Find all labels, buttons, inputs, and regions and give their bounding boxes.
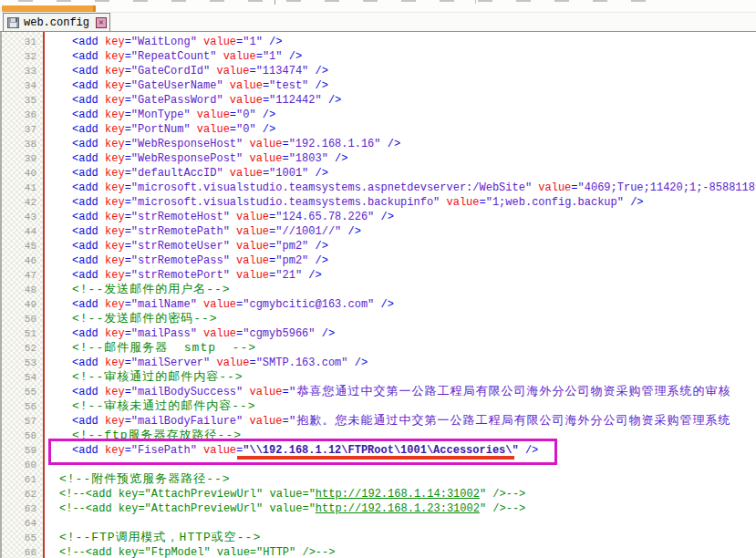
code-token: />	[308, 254, 328, 267]
code-token: <!--审核通过的邮件内容-->	[72, 370, 243, 384]
code-token: "//1001//"	[275, 225, 341, 238]
code-token: =	[125, 108, 131, 121]
code-token: value	[236, 240, 269, 253]
code-token: http://192.168.1.14:31002	[316, 488, 480, 501]
code-token: =	[125, 167, 131, 180]
line-number: 45	[2, 239, 43, 253]
code-token: <add	[72, 225, 105, 238]
code-line: <add key="mailServer" value="SMTP.163.co…	[72, 356, 756, 370]
code-token: "21"	[275, 269, 302, 282]
code-token: <!--审核未通过的邮件内容-->	[72, 399, 256, 413]
code-line: <add key="mailBodyFailure" value="抱歉。您未能…	[72, 414, 756, 429]
code-token: />	[308, 167, 328, 180]
code-token: "mailBodyFailure"	[131, 415, 243, 428]
line-number: 51	[2, 326, 43, 341]
line-number: 62	[2, 487, 43, 501]
code-token: <add	[72, 123, 105, 136]
code-token: "mailServer"	[131, 356, 210, 369]
code-token	[223, 167, 230, 180]
code-token: =	[125, 94, 131, 107]
code-token: value	[230, 94, 263, 107]
code-token: "mailPass"	[131, 327, 197, 340]
tab-web-config[interactable]: web.config ✕	[3, 13, 110, 31]
code-token: <!--FTP调用模式，HTTP或空-->	[59, 531, 261, 544]
code-line: <add key="PortNum" value="0" />	[72, 122, 756, 137]
toolbar-strip	[0, 0, 756, 13]
code-token: />	[624, 196, 644, 209]
code-token: value	[249, 386, 282, 398]
code-token: value	[236, 225, 269, 238]
code-token: value	[203, 444, 236, 457]
code-token: <add	[72, 211, 105, 223]
code-line: <add key="microsoft.visualstudio.teamsys…	[72, 195, 756, 210]
code-token: "192.168.1.16"	[289, 138, 381, 150]
code-line: <!--FTP调用模式，HTTP或空-->	[59, 531, 756, 545]
code-token: " />-->	[480, 502, 525, 515]
line-number: 41	[2, 181, 43, 195]
code-token: value	[197, 108, 230, 121]
code-content[interactable]: <add key="WaitLong" value="1" /><add key…	[45, 32, 756, 558]
code-token: key	[105, 94, 125, 107]
line-number: 44	[2, 224, 43, 239]
code-token	[197, 36, 203, 48]
code-token: "strRemotePass"	[131, 254, 230, 267]
code-token: value	[236, 254, 269, 267]
code-token: <add	[72, 196, 105, 209]
line-number: 52	[2, 341, 43, 356]
code-token: =	[125, 386, 131, 398]
code-line: <add key="GateUserName" value="test" />	[72, 78, 756, 93]
code-token: "恭喜您通过中交第一公路工程局有限公司海外分公司物资采购管理系统的审核	[289, 385, 731, 398]
code-token: =	[249, 356, 255, 369]
code-line: <add key="mailPass" value="cgmyb5966" />	[72, 326, 756, 341]
code-token: "PortNum"	[131, 123, 191, 136]
code-token: =	[282, 152, 288, 165]
line-number: 60	[2, 458, 43, 472]
code-token: key	[105, 123, 125, 136]
close-icon[interactable]: ✕	[96, 17, 107, 28]
toolbar-icons-sliver	[18, 0, 657, 2]
code-line: <add key="GatePassWord" value="112442" /…	[72, 93, 756, 108]
code-token: =	[125, 356, 131, 369]
line-number: 39	[2, 151, 43, 166]
code-token	[230, 254, 236, 267]
code-token: key	[105, 254, 125, 267]
code-token: <add	[72, 167, 105, 180]
code-token: <add	[72, 181, 105, 194]
code-token	[197, 298, 203, 311]
code-token: =	[125, 240, 131, 253]
code-token: <add	[72, 415, 105, 428]
code-token: value	[203, 298, 236, 311]
code-token: <!--发送邮件的密码-->	[72, 312, 218, 326]
code-token: =	[125, 298, 131, 311]
line-number: 47	[2, 268, 43, 283]
code-line: <add key="WebResponseHost" value="192.16…	[72, 137, 756, 151]
code-token: <!--发送邮件的用户名-->	[72, 283, 231, 296]
line-number: 34	[2, 78, 43, 93]
editor-window: web.config ✕ 313233343536373839404142434…	[0, 0, 756, 558]
code-line: <add key="mailBodySuccess" value="恭喜您通过中…	[72, 385, 756, 399]
code-token: key	[105, 152, 125, 165]
code-line: <add key="MonType" value="0" />	[72, 108, 756, 122]
line-number: 49	[2, 297, 43, 312]
code-token: />	[256, 123, 276, 136]
code-token: "1001"	[269, 167, 308, 180]
code-token: "cgmyb5966"	[243, 327, 315, 340]
code-token: <!--<add key="AttachPreviewUrl" value="	[59, 488, 316, 501]
code-line: <add key="strRemotePath" value="//1001//…	[72, 224, 756, 239]
line-number: 54	[2, 370, 43, 385]
code-token: "GateUserName"	[131, 79, 223, 92]
code-line: <add key="WaitLong" value="1" />	[72, 35, 756, 49]
code-token: key	[105, 79, 125, 92]
line-number: 65	[2, 531, 43, 545]
line-number: 32	[2, 49, 43, 64]
code-token: "test"	[269, 79, 308, 92]
code-line: <add key="strRemotePass" value="pm2" />	[72, 253, 756, 268]
code-token	[230, 240, 236, 253]
toolbar-divider	[274, 0, 275, 5]
code-token: "1;web.config.backup"	[486, 196, 624, 209]
code-token: =	[125, 65, 131, 78]
code-token: />	[308, 79, 328, 92]
code-token: "MonType"	[131, 108, 191, 121]
code-token: />	[322, 94, 342, 107]
code-line: <add key="strRemoteHost" value="124.65.7…	[72, 210, 756, 224]
